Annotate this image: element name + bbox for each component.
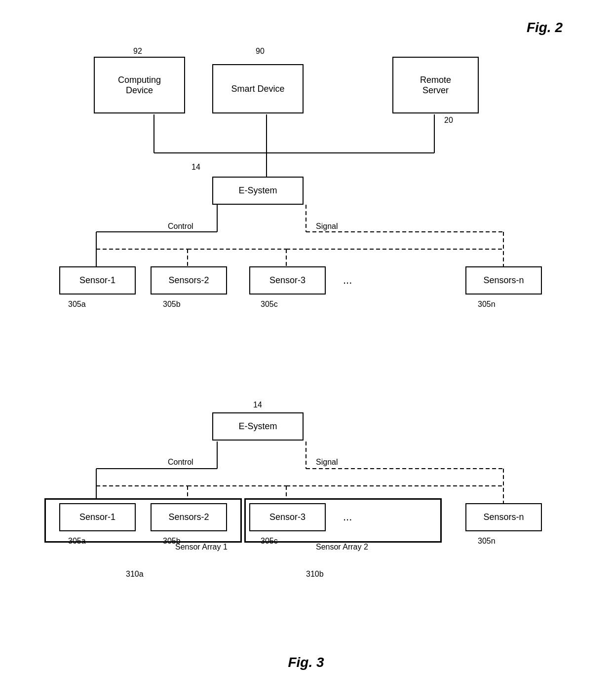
sensor2-box-fig3: Sensors-2	[151, 503, 227, 531]
sensorn-box-fig3: Sensors-n	[465, 503, 542, 531]
ref-14-fig3: 14	[253, 401, 262, 409]
remote-server-box: RemoteServer	[392, 57, 479, 113]
sensor1-box-fig2: Sensor-1	[59, 266, 136, 295]
esystem-box-fig2: E-System	[212, 177, 304, 205]
ref-90: 90	[256, 47, 265, 56]
computing-device-box: ComputingDevice	[94, 57, 185, 113]
ref-310a: 310a	[126, 570, 144, 579]
esystem-box-fig3: E-System	[212, 412, 304, 441]
dots-fig3: ...	[343, 511, 352, 523]
sensorn-box-fig2: Sensors-n	[465, 266, 542, 295]
ref-14-fig2: 14	[191, 163, 200, 172]
ref-310b: 310b	[306, 570, 324, 579]
sensor2-box-fig2: Sensors-2	[151, 266, 227, 295]
fig2-title: Fig. 2	[527, 20, 563, 36]
ref-305n-fig3: 305n	[478, 537, 496, 546]
control-label-fig3: Control	[168, 458, 193, 467]
control-label-fig2: Control	[168, 222, 193, 231]
sensor-array1-label: Sensor Array 1	[175, 543, 228, 552]
smart-device-box: Smart Device	[212, 64, 304, 113]
ref-92: 92	[133, 47, 142, 56]
signal-label-fig3: Signal	[316, 458, 338, 467]
sensor3-box-fig2: Sensor-3	[249, 266, 326, 295]
ref-305c-fig3: 305c	[261, 537, 278, 546]
ref-305n-fig2: 305n	[478, 300, 496, 309]
ref-305a-fig2: 305a	[68, 300, 86, 309]
sensor-array2-label: Sensor Array 2	[316, 543, 368, 552]
sensor3-box-fig3: Sensor-3	[249, 503, 326, 531]
ref-305c-fig2: 305c	[261, 300, 278, 309]
ref-305b-fig2: 305b	[163, 300, 181, 309]
fig3-title: Fig. 3	[288, 655, 324, 670]
dots-fig2: ...	[343, 274, 352, 287]
ref-20: 20	[444, 116, 453, 125]
sensor1-box-fig3: Sensor-1	[59, 503, 136, 531]
signal-label-fig2: Signal	[316, 222, 338, 231]
ref-305a-fig3: 305a	[68, 537, 86, 546]
